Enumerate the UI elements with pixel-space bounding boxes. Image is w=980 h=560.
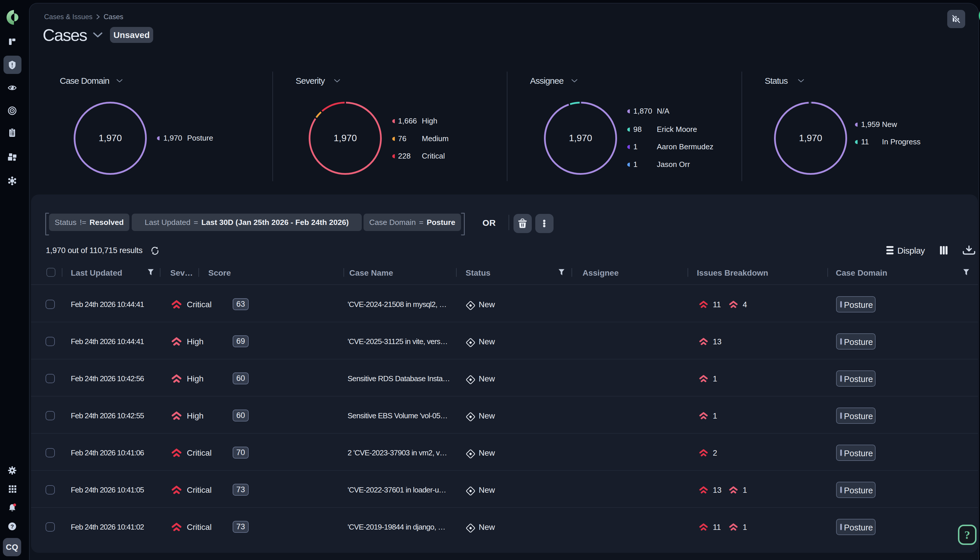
svg-text:?: ? (10, 523, 14, 530)
